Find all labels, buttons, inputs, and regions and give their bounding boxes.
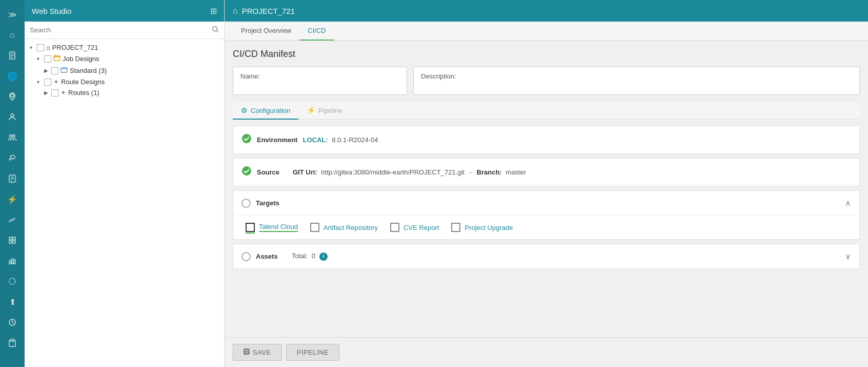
- person-icon[interactable]: [3, 108, 22, 126]
- svg-point-5: [11, 114, 14, 117]
- git-separator: -: [470, 168, 472, 176]
- target-cve-report[interactable]: CVE Report: [390, 223, 439, 232]
- tabs-bar: Project Overview CI/CD: [225, 22, 868, 41]
- circle-dash-icon[interactable]: [3, 272, 22, 291]
- svg-rect-12: [9, 237, 12, 240]
- analytics-icon[interactable]: [3, 210, 22, 229]
- name-field: Name:: [233, 67, 407, 95]
- assets-radio[interactable]: [241, 252, 251, 261]
- tree-item-routes[interactable]: ▶ ✦ Routes (1): [25, 87, 224, 98]
- tree-item-route-designs[interactable]: ▾ ✦ Route Designs: [25, 76, 224, 87]
- search-input[interactable]: [30, 26, 209, 34]
- checkbox-route-designs[interactable]: [44, 79, 51, 86]
- clipboard-icon[interactable]: [3, 334, 22, 352]
- checkbox-job-designs[interactable]: [44, 55, 51, 63]
- location-icon[interactable]: [3, 87, 22, 106]
- target-project-upgrade[interactable]: Project Upgrade: [451, 223, 513, 232]
- source-card: Source GIT Uri: http://gitea:3080/middle…: [233, 158, 860, 186]
- assets-info-icon: i: [319, 253, 328, 261]
- svg-point-25: [213, 27, 217, 31]
- document-icon[interactable]: [3, 46, 22, 65]
- project-upgrade-checkbox[interactable]: [451, 223, 460, 232]
- targets-collapse-icon[interactable]: ∧: [845, 198, 851, 208]
- environment-value: 8.0.1-R2024-04: [332, 136, 378, 144]
- globe-icon[interactable]: 🌐: [3, 67, 22, 85]
- job-designs-label: Job Designs: [63, 55, 99, 63]
- checkbox-standard[interactable]: [51, 67, 58, 74]
- bolt-icon[interactable]: ⚡: [3, 190, 22, 208]
- svg-rect-15: [13, 241, 15, 243]
- save-button[interactable]: SAVE: [233, 344, 282, 361]
- source-row: Source GIT Uri: http://gitea:3080/middle…: [241, 166, 851, 179]
- content-area: CI/CD Manifest Name: Description: ⚙ Conf…: [225, 41, 868, 337]
- name-desc-row: Name: Description:: [233, 67, 860, 95]
- git-uri-label: GIT Uri:: [293, 168, 317, 176]
- web-studio-title: Web Studio: [32, 7, 71, 15]
- job-designs-icon: [53, 54, 60, 63]
- tab-cicd[interactable]: CI/CD: [299, 22, 334, 41]
- icon-sidebar: ≫ ⌂ 🌐: [0, 0, 25, 367]
- svg-point-6: [10, 135, 12, 138]
- targets-header-left: Targets: [241, 199, 287, 208]
- pipeline-label: Pipeline: [318, 107, 342, 114]
- badge-icon[interactable]: [3, 169, 22, 188]
- arrow-job-designs: ▾: [37, 56, 44, 62]
- target-talend-cloud[interactable]: Talend Cloud: [246, 223, 298, 232]
- svg-line-22: [12, 322, 14, 323]
- group-icon[interactable]: [3, 128, 22, 147]
- clock-icon[interactable]: [3, 313, 22, 332]
- sub-tab-pipeline[interactable]: ⚡ Pipeline: [298, 102, 350, 120]
- assets-total: Total: 0 i: [292, 252, 328, 261]
- svg-rect-16: [9, 261, 11, 264]
- web-studio-header: Web Studio ⊞: [25, 0, 224, 22]
- name-label: Name:: [240, 72, 260, 80]
- talend-cloud-checkbox[interactable]: [246, 223, 255, 232]
- checkbox-routes[interactable]: [51, 89, 58, 96]
- svg-rect-17: [12, 259, 13, 264]
- cve-report-label: CVE Report: [403, 224, 439, 231]
- route-designs-icon: ✦: [53, 78, 59, 86]
- bar-chart-icon[interactable]: [3, 252, 22, 270]
- tree-area: ▾ ⌂ PROJECT_721 ▾ Job Designs ▶: [25, 39, 224, 367]
- desc-input[interactable]: [421, 80, 852, 88]
- tab-project-overview[interactable]: Project Overview: [233, 22, 299, 41]
- checkbox-project[interactable]: [37, 44, 44, 51]
- search-bar: [25, 22, 224, 39]
- route-designs-label: Route Designs: [61, 78, 105, 86]
- pin-icon[interactable]: ⊞: [210, 6, 217, 16]
- cve-report-checkbox[interactable]: [390, 223, 399, 232]
- cicd-manifest-title: CI/CD Manifest: [233, 49, 860, 60]
- targets-content: Talend Cloud Artifact Repository CVE Rep…: [233, 216, 859, 239]
- routes-icon: ✦: [60, 89, 66, 96]
- name-input[interactable]: [240, 80, 399, 88]
- svg-rect-34: [245, 349, 248, 351]
- arrow-standard: ▶: [44, 68, 51, 73]
- target-artifact-repository[interactable]: Artifact Repository: [310, 223, 378, 232]
- tree-item-project[interactable]: ▾ ⌂ PROJECT_721: [25, 42, 224, 53]
- tools-icon[interactable]: [3, 149, 22, 167]
- artifact-repo-checkbox[interactable]: [310, 223, 319, 232]
- project-label: PROJECT_721: [52, 44, 98, 51]
- svg-rect-13: [13, 237, 15, 240]
- pipeline-icon: ⚡: [307, 106, 315, 114]
- upload-icon[interactable]: ⬆: [3, 293, 22, 311]
- targets-radio[interactable]: [241, 199, 251, 208]
- expand-icon[interactable]: ≫: [3, 5, 22, 24]
- config-label: Configuration: [251, 107, 290, 114]
- home-icon[interactable]: ⌂: [3, 26, 22, 44]
- desc-field: Description:: [413, 67, 860, 95]
- artifact-repo-label: Artifact Repository: [324, 224, 378, 231]
- sub-tab-configuration[interactable]: ⚙ Configuration: [233, 102, 298, 120]
- pipeline-button[interactable]: PIPELINE: [286, 344, 340, 361]
- web-studio-panel: Web Studio ⊞ ▾ ⌂ PROJECT_721 ▾: [25, 0, 225, 367]
- svg-point-31: [242, 134, 251, 143]
- tree-item-job-designs[interactable]: ▾ Job Designs: [25, 53, 224, 65]
- tree-item-standard[interactable]: ▶ Standard (3): [25, 65, 224, 76]
- project-name: PROJECT_721: [242, 7, 295, 15]
- assets-expand-icon[interactable]: ∨: [845, 252, 851, 261]
- svg-rect-27: [54, 56, 60, 61]
- home-tree-icon: ⌂: [46, 44, 50, 51]
- svg-rect-18: [14, 260, 15, 264]
- grid-icon[interactable]: [3, 231, 22, 249]
- standard-icon: [60, 66, 68, 75]
